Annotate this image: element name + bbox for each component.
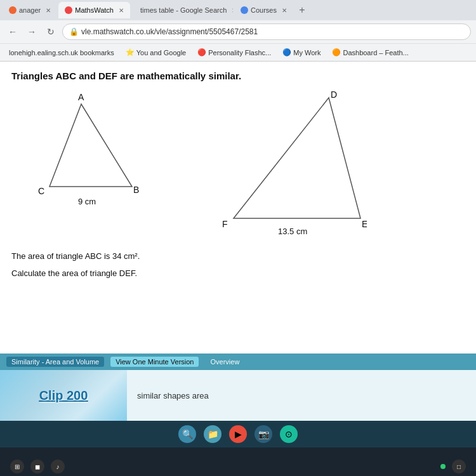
url-bar[interactable]: 🔒 vle.mathswatch.co.uk/vle/assignment/55… xyxy=(62,23,471,40)
bookmark-label-mywork: My Work xyxy=(293,49,321,56)
clip-thumbnail[interactable]: Clip 200 xyxy=(0,370,127,421)
bookmark-label-dashboard: Dashboard – Feath... xyxy=(343,49,408,56)
area-text: The area of triangle ABC is 34 cm². xyxy=(11,250,465,263)
tab-icon-mathswatch xyxy=(65,6,72,14)
measurement-abc: 9 cm xyxy=(78,197,96,206)
url-text: vle.mathswatch.co.uk/vle/assignment/5505… xyxy=(81,27,258,36)
back-button[interactable]: ← xyxy=(5,24,20,39)
tab-icon-anager xyxy=(9,6,17,14)
bottom-icon-display[interactable]: □ xyxy=(452,459,466,473)
forward-button[interactable]: → xyxy=(24,24,39,39)
svg-marker-0 xyxy=(50,104,132,187)
bottom-panel: Similarity - Area and Volume View One Mi… xyxy=(0,354,476,370)
new-tab-button[interactable]: + xyxy=(294,3,310,18)
tab-courses[interactable]: Courses ✕ xyxy=(234,2,293,18)
panel-tab-oneminute[interactable]: View One Minute Version xyxy=(110,357,199,367)
label-b: B xyxy=(133,185,139,195)
bookmark-mywork[interactable]: 🔵 My Work xyxy=(279,47,324,58)
bottom-icon-2[interactable]: ◼ xyxy=(30,459,44,473)
bottom-icons-right: □ xyxy=(440,459,466,473)
address-bar: ← → ↻ 🔒 vle.mathswatch.co.uk/vle/assignm… xyxy=(0,20,476,43)
question-title: Triangles ABC and DEF are mathematically… xyxy=(11,70,465,81)
panel-tab-overview[interactable]: Overview xyxy=(205,357,244,367)
clip-description: similar shapes area xyxy=(127,370,219,421)
triangle-def: D E F 13.5 cm xyxy=(202,91,367,240)
label-d: D xyxy=(331,91,337,100)
tab-label-anager: anager xyxy=(19,6,41,14)
tab-bar: anager ✕ MathsWatch ✕ times table - Goog… xyxy=(0,0,476,20)
svg-marker-1 xyxy=(234,98,360,218)
bookmark-dashboard[interactable]: 🟠 Dashboard – Feath... xyxy=(328,47,412,58)
triangle-def-svg: D E F 13.5 cm xyxy=(202,91,367,237)
bottom-icon-1[interactable]: ⊞ xyxy=(10,459,24,473)
measurement-def: 13.5 cm xyxy=(278,227,307,236)
tab-close-mathswatch[interactable]: ✕ xyxy=(119,7,124,14)
browser-chrome: anager ✕ MathsWatch ✕ times table - Goog… xyxy=(0,0,476,62)
taskbar-camera-icon[interactable]: 📷 xyxy=(255,425,272,443)
taskbar-play-icon[interactable]: ▶ xyxy=(229,425,247,443)
label-c: C xyxy=(38,186,44,196)
taskbar-circle-icon[interactable]: ⊙ xyxy=(280,425,298,443)
label-e: E xyxy=(362,219,367,229)
taskbar-folder-icon[interactable]: 📁 xyxy=(204,425,221,443)
tab-close-google[interactable]: ✕ xyxy=(232,7,233,14)
taskbar-search-icon[interactable]: 🔍 xyxy=(178,425,196,443)
panel-tab-similarity[interactable]: Similarity - Area and Volume xyxy=(6,357,104,367)
calculate-text: Calculate the area of triangle DEF. xyxy=(11,267,465,281)
bookmark-label-lonehigh: lonehigh.ealing.sch.uk bookmarks xyxy=(9,49,114,56)
triangle-abc-svg: A B C 9 cm xyxy=(24,91,151,212)
bookmark-personality[interactable]: 🔴 Personality Flashc... xyxy=(194,47,275,58)
tab-google[interactable]: times table - Google Search ✕ xyxy=(131,2,233,18)
tab-close-anager[interactable]: ✕ xyxy=(46,7,51,14)
lock-icon: 🔒 xyxy=(69,27,79,36)
tab-close-courses[interactable]: ✕ xyxy=(282,7,287,14)
taskbar: 🔍 📁 ▶ 📷 ⊙ xyxy=(0,421,476,447)
triangles-container: A B C 9 cm D E F 13.5 cm xyxy=(11,91,465,240)
clip-section: Clip 200 similar shapes area xyxy=(0,370,476,421)
triangle-abc: A B C 9 cm xyxy=(24,91,151,215)
bookmark-you-google[interactable]: ⭐ You and Google xyxy=(122,47,190,58)
tab-label-courses: Courses xyxy=(251,6,277,14)
green-dot-indicator xyxy=(440,464,446,469)
bookmark-label-personality: Personality Flashc... xyxy=(208,49,271,56)
bookmarks-bar: lonehigh.ealing.sch.uk bookmarks ⭐ You a… xyxy=(0,43,476,61)
refresh-button[interactable]: ↻ xyxy=(43,24,58,39)
clip-title[interactable]: Clip 200 xyxy=(39,388,88,403)
bookmark-lonehigh[interactable]: lonehigh.ealing.sch.uk bookmarks xyxy=(5,48,118,58)
tab-label-google: times table - Google Search xyxy=(140,6,227,14)
label-f: F xyxy=(222,219,228,229)
label-a: A xyxy=(78,92,84,102)
bottom-dark-area: ⊞ ◼ ♪ □ xyxy=(0,447,476,476)
tab-anager[interactable]: anager ✕ xyxy=(3,2,57,18)
bottom-icon-3[interactable]: ♪ xyxy=(51,459,65,473)
bookmark-label-you-google: You and Google xyxy=(136,49,187,56)
tab-mathswatch[interactable]: MathsWatch ✕ xyxy=(58,2,130,18)
browser-content: Triangles ABC and DEF are mathematically… xyxy=(0,62,476,354)
tab-label-mathswatch: MathsWatch xyxy=(75,6,114,14)
tab-icon-courses xyxy=(241,6,248,14)
bottom-icons-left: ⊞ ◼ ♪ xyxy=(10,459,65,473)
